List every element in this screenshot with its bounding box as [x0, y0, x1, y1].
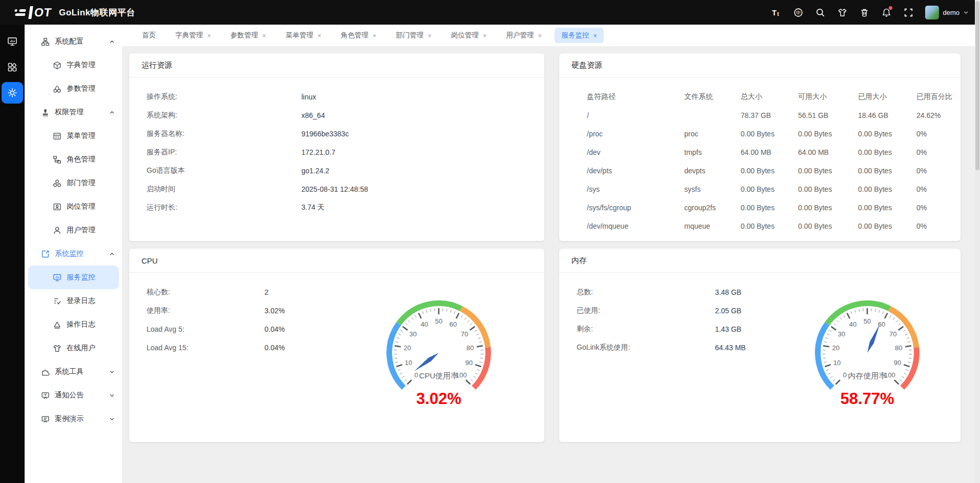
- tab-label: 岗位管理: [451, 31, 479, 40]
- info-value: 0.04%: [264, 325, 285, 333]
- cpu-card-body: 0102030405060708090100CPU使用率3.02% 核心数:2使…: [129, 273, 544, 357]
- tab-部门管理[interactable]: 部门管理×: [389, 28, 438, 43]
- tab-服务监控[interactable]: 服务监控×: [555, 28, 604, 43]
- language-icon[interactable]: 中: [793, 7, 803, 17]
- sidebar: 系统配置字典管理参数管理权限管理菜单管理角色管理部门管理岗位管理用户管理系统监控…: [25, 25, 122, 483]
- disk-cell: proc: [684, 125, 741, 143]
- sidebar-item-系统工具[interactable]: 系统工具: [25, 360, 122, 384]
- disk-column-header: 已用百分比: [916, 88, 952, 106]
- sidebar-item-通知公告[interactable]: 通知公告: [25, 384, 122, 407]
- sidebar-item-权限管理[interactable]: 权限管理: [25, 100, 122, 124]
- cpu-card: CPU 0102030405060708090100CPU使用率3.02% 核心…: [129, 249, 544, 442]
- close-icon[interactable]: ×: [207, 32, 211, 39]
- apps-icon: [7, 62, 17, 72]
- scrollbar-thumb[interactable]: [975, 1, 979, 170]
- search-icon[interactable]: [815, 7, 825, 17]
- disk-cell: 0.00 Bytes: [741, 162, 798, 180]
- tab-岗位管理[interactable]: 岗位管理×: [444, 28, 494, 43]
- monitor-icon: [7, 36, 17, 47]
- tab-菜单管理[interactable]: 菜单管理×: [279, 28, 328, 43]
- sidebar-item-字典管理[interactable]: 字典管理: [25, 53, 122, 77]
- sidebar-item-案例演示[interactable]: 案例演示: [25, 407, 122, 431]
- disk-cell: /dev/pts: [587, 162, 684, 180]
- rail-settings[interactable]: [2, 82, 23, 104]
- disk-cell: [684, 106, 741, 125]
- info-value: 172.21.0.7: [301, 148, 335, 156]
- info-value: 91966be3383c: [301, 130, 349, 138]
- font-size-icon[interactable]: Tt: [771, 7, 781, 17]
- info-row: 操作系统:linux: [147, 88, 532, 106]
- info-label: 服务器名称:: [147, 129, 301, 138]
- info-row: Go语言版本go1.24.2: [147, 162, 532, 180]
- tab-首页[interactable]: 首页: [135, 28, 162, 43]
- user-icon: [53, 226, 62, 235]
- tab-字典管理[interactable]: 字典管理×: [169, 28, 218, 43]
- sidebar-item-登录日志[interactable]: 登录日志: [25, 289, 122, 313]
- memory-card-title: 内存: [559, 249, 961, 273]
- tab-角色管理[interactable]: 角色管理×: [334, 28, 383, 43]
- runtime-card-body: 操作系统:linux系统架构:x86_64服务器名称:91966be3383c服…: [129, 77, 544, 217]
- runtime-card-title: 运行资源: [129, 53, 544, 77]
- tab-bar: 首页字典管理×参数管理×菜单管理×角色管理×部门管理×岗位管理×用户管理×服务监…: [122, 25, 980, 46]
- avatar[interactable]: [925, 6, 939, 19]
- svg-text:10: 10: [405, 359, 412, 367]
- sidebar-item-用户管理[interactable]: 用户管理: [25, 218, 122, 242]
- shirt-icon: [53, 344, 62, 353]
- org-icon: [41, 37, 50, 46]
- svg-text:58.77%: 58.77%: [840, 390, 894, 408]
- disk-cell: 0.00 Bytes: [741, 217, 798, 235]
- sidebar-item-操作日志[interactable]: 操作日志: [25, 313, 122, 336]
- disk-cell: 0.00 Bytes: [858, 162, 916, 180]
- close-icon[interactable]: ×: [593, 32, 597, 39]
- page-scrollbar[interactable]: [975, 0, 980, 483]
- tab-label: 服务监控: [561, 31, 589, 40]
- close-icon[interactable]: ×: [538, 32, 542, 39]
- sidebar-item-系统监控[interactable]: 系统监控: [25, 242, 122, 266]
- svg-text:0: 0: [843, 371, 847, 379]
- sidebar-item-服务监控[interactable]: 服务监控: [28, 266, 119, 289]
- tools-icon: [41, 368, 50, 376]
- info-value: linux: [301, 93, 316, 101]
- close-icon[interactable]: ×: [373, 32, 377, 39]
- username: demo: [943, 9, 959, 16]
- disk-card: 硬盘资源 盘符路径文件系统总大小可用大小已用大小已用百分比/78.37 GB56…: [559, 53, 961, 241]
- info-label: 系统架构:: [147, 111, 301, 120]
- sidebar-item-参数管理[interactable]: 参数管理: [25, 77, 122, 100]
- info-value: go1.24.2: [301, 167, 330, 175]
- user-menu[interactable]: demo: [925, 6, 969, 19]
- sidebar-item-角色管理[interactable]: 角色管理: [25, 148, 122, 171]
- disk-cell: cgroup2fs: [684, 198, 741, 217]
- fullscreen-icon[interactable]: [903, 7, 913, 17]
- chevron-up-icon: [109, 251, 115, 257]
- sidebar-item-系统配置[interactable]: 系统配置: [25, 30, 122, 53]
- info-value: 2025-08-31 12:48:58: [301, 185, 368, 193]
- tab-参数管理[interactable]: 参数管理×: [224, 28, 273, 43]
- svg-text:80: 80: [466, 344, 474, 352]
- sidebar-item-岗位管理[interactable]: 岗位管理: [25, 195, 122, 218]
- close-icon[interactable]: ×: [483, 32, 487, 39]
- clear-cache-icon[interactable]: [859, 7, 869, 17]
- info-label: 剩余:: [577, 325, 715, 334]
- close-icon[interactable]: ×: [317, 32, 321, 39]
- menu-icon: [53, 132, 62, 140]
- notice-icon: [41, 391, 50, 400]
- icon-rail: [0, 25, 25, 483]
- disk-cell: 0.00 Bytes: [798, 217, 858, 235]
- sidebar-item-部门管理[interactable]: 部门管理: [25, 171, 122, 195]
- info-label: 核心数:: [147, 288, 264, 297]
- close-icon[interactable]: ×: [427, 32, 432, 39]
- sidebar-item-label: 服务监控: [67, 273, 95, 282]
- close-icon[interactable]: ×: [262, 32, 267, 39]
- font-size-glyph: Tt: [771, 8, 781, 17]
- sidebar-item-label: 字典管理: [67, 61, 95, 70]
- notifications-icon[interactable]: [881, 7, 891, 17]
- rail-monitor[interactable]: [2, 31, 23, 52]
- disk-table: 盘符路径文件系统总大小可用大小已用大小已用百分比/78.37 GB56.51 G…: [571, 88, 948, 235]
- tab-用户管理[interactable]: 用户管理×: [500, 28, 549, 43]
- sysmon-icon: [41, 250, 50, 258]
- sidebar-item-在线用户[interactable]: 在线用户: [25, 336, 122, 360]
- cpu-gauge: 0102030405060708090100CPU使用率3.02%: [377, 292, 500, 413]
- sidebar-item-菜单管理[interactable]: 菜单管理: [25, 124, 122, 148]
- theme-icon[interactable]: [837, 7, 847, 17]
- rail-apps[interactable]: [2, 56, 23, 78]
